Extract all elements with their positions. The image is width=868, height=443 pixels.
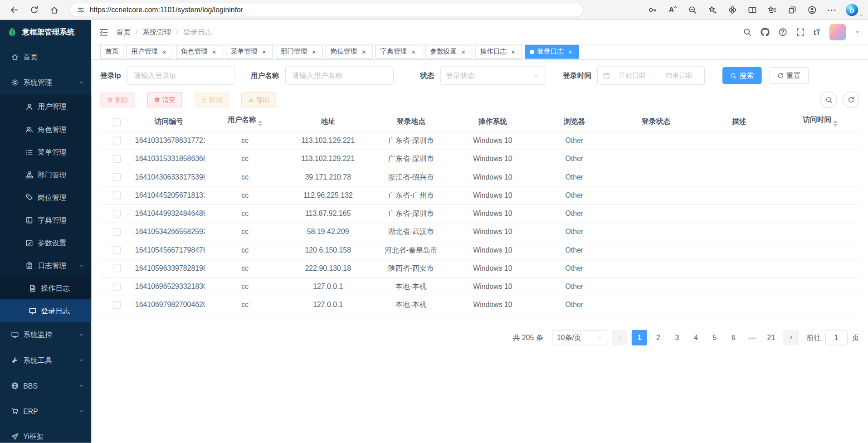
profile-icon[interactable] <box>802 1 822 18</box>
sidebar-item-post[interactable]: 岗位管理 <box>0 186 91 209</box>
extensions-icon[interactable] <box>722 1 742 18</box>
clear-button[interactable]: 清空 <box>147 92 182 107</box>
page-button-4[interactable]: 4 <box>688 330 703 345</box>
tab-loginlog[interactable]: 登录日志 <box>525 45 579 59</box>
row-checkbox[interactable] <box>112 155 120 163</box>
table-row[interactable]: 1641031533185863680cc113.102.129.221广东省-… <box>100 150 860 168</box>
key-icon[interactable] <box>643 1 663 18</box>
zoom-icon[interactable] <box>683 1 702 18</box>
tab-close-icon[interactable] <box>210 48 218 56</box>
row-checkbox[interactable] <box>112 247 120 254</box>
tab-close-icon[interactable] <box>161 48 168 56</box>
tab-dept[interactable]: 部门管理 <box>276 45 323 59</box>
tab-close-icon[interactable] <box>310 48 318 56</box>
username-input[interactable] <box>285 66 393 84</box>
sidebar-item-user[interactable]: 用户管理 <box>0 95 91 118</box>
refresh-icon[interactable] <box>24 1 44 18</box>
tab-menu[interactable]: 菜单管理 <box>226 45 273 59</box>
refresh-table-button[interactable] <box>843 91 859 108</box>
sidebar-item-home[interactable]: 首页 <box>0 44 91 70</box>
next-page-button[interactable] <box>783 330 799 345</box>
table-row[interactable]: 1641031367863177216cc113.102.129.221广东省-… <box>100 131 860 149</box>
chevron-down-icon[interactable] <box>858 12 863 17</box>
tab-param[interactable]: 参数设置 <box>425 45 472 59</box>
select-all-checkbox[interactable] <box>112 118 120 126</box>
sidebar-item-dept[interactable]: 部门管理 <box>0 163 91 186</box>
sidebar-item-dict[interactable]: 字典管理 <box>0 209 91 231</box>
sidebar-item-log[interactable]: 日志管理 <box>0 254 91 277</box>
row-checkbox[interactable] <box>112 192 120 200</box>
row-checkbox[interactable] <box>112 283 120 291</box>
tab-close-icon[interactable] <box>509 48 517 56</box>
column-user-name[interactable]: 用户名称 <box>205 112 285 131</box>
back-icon[interactable] <box>5 1 24 18</box>
collections-icon[interactable] <box>782 1 802 18</box>
prev-page-button[interactable] <box>612 330 627 345</box>
tab-close-icon[interactable] <box>566 48 574 56</box>
sidebar-item-monitor[interactable]: 系统监控 <box>0 322 91 347</box>
page-button-2[interactable]: 2 <box>650 330 666 345</box>
page-size-select[interactable]: 10条/页 <box>552 330 607 345</box>
tab-close-icon[interactable] <box>459 48 467 56</box>
url-bar[interactable]: https://ccnetcore.com:1101/system/log/lo… <box>70 2 584 17</box>
sort-icon[interactable] <box>833 118 838 129</box>
fullscreen-icon[interactable] <box>796 28 805 37</box>
sidebar-item-bbs[interactable]: BBS <box>0 373 91 399</box>
row-checkbox[interactable] <box>112 173 120 181</box>
site-permissions-icon[interactable] <box>77 6 85 14</box>
page-button-21[interactable]: 21 <box>763 330 779 345</box>
tab-user[interactable]: 用户管理 <box>126 45 173 59</box>
table-row[interactable]: 1641054566717984768cc120.6.150.158河北省-秦皇… <box>100 241 860 259</box>
sidebar-item-operlog[interactable]: 操作日志 <box>0 277 91 299</box>
reset-button[interactable]: 重置 <box>769 67 809 84</box>
goto-page-input[interactable] <box>825 330 848 345</box>
font-size-icon[interactable]: tT <box>814 28 820 36</box>
sidebar-item-erp[interactable]: ERP <box>0 399 91 424</box>
breadcrumb-item-system[interactable]: 系统管理 <box>142 27 171 37</box>
breadcrumb-item-home[interactable]: 首页 <box>116 27 131 37</box>
favorites-bar-icon[interactable] <box>762 1 782 18</box>
read-aloud-icon[interactable]: Aˆ <box>663 1 683 18</box>
delete-button[interactable]: 删除 <box>100 92 135 107</box>
help-icon[interactable] <box>778 28 787 37</box>
menu-fold-icon[interactable] <box>99 27 109 37</box>
sidebar-item-menu[interactable]: 菜单管理 <box>0 141 91 163</box>
table-row[interactable]: 1641044520567181312cc112.96.225.132广东省-广… <box>100 186 860 204</box>
table-row[interactable]: 1641069652933218304cc127.0.0.1本地-本机Windo… <box>100 277 860 296</box>
tab-post[interactable]: 岗位管理 <box>326 45 373 59</box>
sidebar-item-loginlog[interactable]: 登录日志 <box>0 299 91 322</box>
github-icon[interactable] <box>761 28 770 37</box>
home-icon[interactable] <box>44 1 64 18</box>
tab-home[interactable]: 首页 <box>100 45 123 59</box>
avatar[interactable] <box>829 24 846 40</box>
page-button-1[interactable]: 1 <box>632 330 647 345</box>
tab-role[interactable]: 角色管理 <box>176 45 223 59</box>
login-ip-input[interactable] <box>127 66 235 84</box>
chevron-down-icon[interactable] <box>855 29 860 35</box>
table-row[interactable]: 1641059633978281984cc222.90.130.18陕西省-西安… <box>100 259 860 277</box>
row-checkbox[interactable] <box>112 210 120 218</box>
tab-close-icon[interactable] <box>360 48 367 56</box>
app-logo[interactable]: 意框架管理系统 <box>0 20 91 44</box>
tab-dict[interactable]: 字典管理 <box>375 45 423 59</box>
settings-more-icon[interactable]: ··· <box>822 1 842 18</box>
search-icon[interactable] <box>743 28 752 37</box>
favorites-add-icon[interactable] <box>702 1 722 18</box>
row-checkbox[interactable] <box>112 265 120 273</box>
status-select[interactable]: 登录状态 <box>440 66 545 84</box>
sidebar-item-tool[interactable]: 系统工具 <box>0 348 91 373</box>
sidebar-item-param[interactable]: 参数设置 <box>0 231 91 254</box>
table-row[interactable]: 1641053426655825920cc58.19.42.209湖北省-武汉市… <box>100 223 860 241</box>
sidebar-item-system[interactable]: 系统管理 <box>0 70 91 95</box>
toggle-search-button[interactable] <box>820 91 837 108</box>
page-button-5[interactable]: 5 <box>707 330 722 345</box>
tab-operlog[interactable]: 操作日志 <box>475 45 522 59</box>
page-button-6[interactable]: 6 <box>726 330 741 345</box>
search-button[interactable]: 搜索 <box>722 67 761 84</box>
column-visit-time[interactable]: 访问时间 <box>780 112 860 131</box>
pager-more-icon[interactable]: ••• <box>745 330 760 345</box>
sidebar-item-role[interactable]: 角色管理 <box>0 118 91 141</box>
table-row[interactable]: 1641069798270046208cc127.0.0.1本地-本机Windo… <box>100 296 860 314</box>
sort-icon[interactable] <box>258 118 263 129</box>
row-checkbox[interactable] <box>112 228 120 236</box>
